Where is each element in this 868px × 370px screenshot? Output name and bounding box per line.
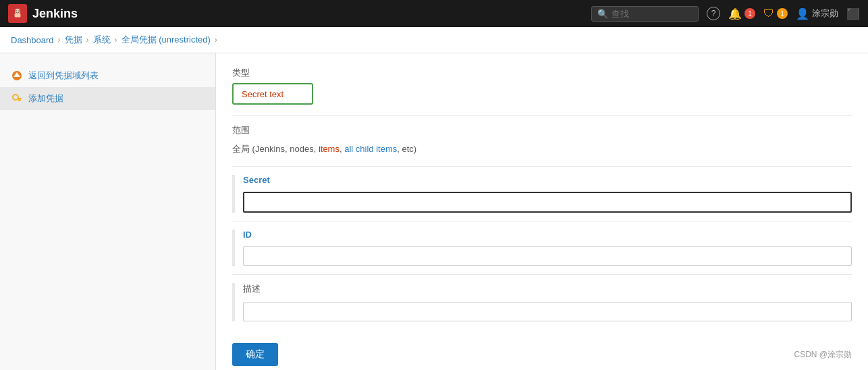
- desc-section: 描述: [232, 274, 852, 329]
- search-box[interactable]: 🔍: [591, 6, 699, 22]
- scope-text-prefix: 全局 (Jenkins, nodes,: [232, 144, 319, 154]
- main-content: 类型 Secret text 范围 全局 (Jenkins, nodes, it…: [216, 53, 868, 370]
- id-label: ID: [243, 230, 852, 240]
- type-value: Secret text: [242, 89, 283, 99]
- desc-field-content: 描述: [243, 283, 852, 321]
- user-icon: 👤: [796, 7, 809, 20]
- id-field-content: ID: [243, 230, 852, 266]
- help-icon: ?: [707, 7, 720, 20]
- secret-label: Secret: [243, 175, 852, 185]
- secret-left-bar: [232, 175, 235, 213]
- type-section: 类型 Secret text: [232, 67, 852, 115]
- sidebar-item-back[interactable]: 返回到凭据域列表: [0, 64, 215, 87]
- sidebar-item-add-credential[interactable]: 添加凭据: [0, 87, 215, 110]
- header-right: 🔍 ? 🔔 1 🛡 1 👤 涂宗勋 ⬛: [591, 6, 860, 22]
- app-header: Jenkins 🔍 ? 🔔 1 🛡 1 👤 涂宗勋 ⬛: [0, 0, 868, 27]
- user-name-label: 涂宗勋: [812, 7, 838, 20]
- breadcrumb-sep-3: ›: [115, 35, 117, 45]
- svg-point-4: [18, 10, 20, 11]
- logout-icon: ⬛: [846, 7, 860, 20]
- breadcrumb-dashboard[interactable]: Dashboard: [11, 35, 54, 45]
- svg-point-3: [16, 10, 17, 11]
- secret-field-content: Secret: [243, 175, 852, 213]
- sidebar-back-label: 返回到凭据域列表: [28, 70, 99, 82]
- notification-badge: 1: [744, 8, 755, 19]
- scope-value: 全局 (Jenkins, nodes, items, all child ite…: [232, 140, 852, 158]
- svg-point-7: [13, 95, 18, 100]
- breadcrumb: Dashboard › 凭据 › 系统 › 全局凭据 (unrestricted…: [0, 27, 868, 53]
- breadcrumb-credentials[interactable]: 凭据: [65, 34, 82, 46]
- svg-rect-8: [18, 98, 22, 99]
- scope-label: 范围: [232, 124, 852, 136]
- search-icon: 🔍: [597, 9, 608, 19]
- sidebar: 返回到凭据域列表 添加凭据: [0, 53, 216, 370]
- header-left: Jenkins: [8, 4, 78, 23]
- bell-icon: 🔔: [728, 7, 742, 20]
- type-label: 类型: [232, 67, 852, 79]
- secret-section: Secret: [232, 166, 852, 221]
- scope-text-etc: , etc): [397, 144, 416, 154]
- up-arrow-icon: [11, 70, 23, 82]
- jenkins-logo: [8, 4, 27, 23]
- breadcrumb-sep-1: ›: [58, 35, 61, 45]
- security-button[interactable]: 🛡 1: [763, 7, 788, 20]
- id-left-bar: [232, 230, 235, 266]
- secret-input[interactable]: [243, 192, 852, 213]
- desc-label: 描述: [243, 283, 852, 295]
- scope-text-items: items: [319, 144, 340, 154]
- type-selector[interactable]: Secret text: [232, 83, 313, 105]
- app-title: Jenkins: [32, 7, 78, 21]
- security-badge: 1: [777, 8, 788, 19]
- user-menu[interactable]: 👤 涂宗勋: [796, 7, 838, 20]
- scope-text-all: all child items: [344, 144, 397, 154]
- confirm-button[interactable]: 确定: [232, 343, 278, 366]
- breadcrumb-global[interactable]: 全局凭据 (unrestricted): [121, 34, 211, 46]
- svg-rect-10: [18, 99, 20, 101]
- help-button[interactable]: ?: [707, 7, 720, 20]
- svg-rect-9: [20, 99, 21, 101]
- watermark: CSDN @涂宗勋: [794, 349, 852, 361]
- main-layout: 返回到凭据域列表 添加凭据 类型 Secret text 范围: [0, 53, 868, 370]
- breadcrumb-system[interactable]: 系统: [93, 34, 111, 46]
- breadcrumb-sep-2: ›: [86, 35, 89, 45]
- key-icon: [11, 92, 23, 105]
- search-input[interactable]: [612, 9, 693, 19]
- scope-section: 范围 全局 (Jenkins, nodes, items, all child …: [232, 115, 852, 166]
- id-section: ID: [232, 221, 852, 274]
- sidebar-add-label: 添加凭据: [28, 92, 63, 105]
- desc-input[interactable]: [243, 302, 852, 321]
- id-input[interactable]: [243, 246, 852, 266]
- logout-button[interactable]: ⬛: [846, 7, 860, 20]
- notification-button[interactable]: 🔔 1: [728, 7, 755, 20]
- desc-left-bar: [232, 283, 235, 321]
- shield-icon: 🛡: [763, 7, 774, 20]
- submit-row: 确定 CSDN @涂宗勋: [232, 329, 852, 370]
- breadcrumb-sep-4: ›: [215, 35, 217, 45]
- svg-rect-2: [15, 14, 21, 18]
